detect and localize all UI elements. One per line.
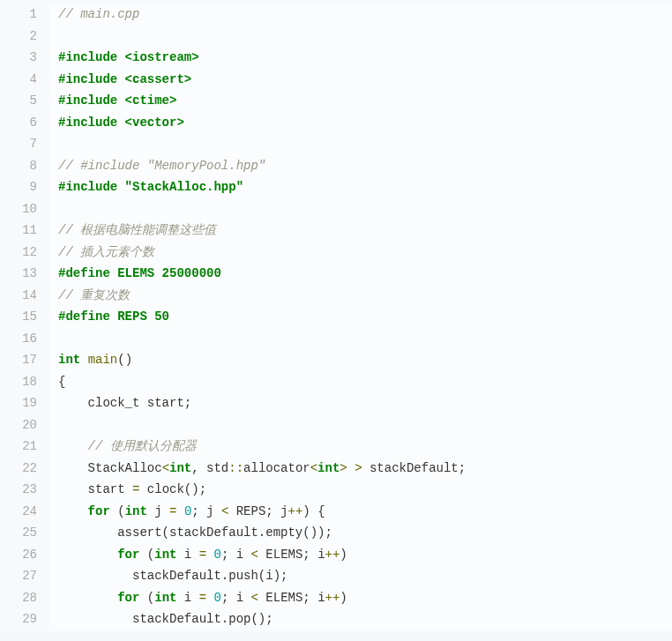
code-line: // main.cpp	[58, 4, 663, 26]
token: {	[58, 375, 65, 389]
token: #include <ctime>	[58, 93, 176, 108]
line-number: 12	[4, 242, 37, 264]
code-line: #include "StackAlloc.hpp"	[58, 176, 663, 198]
token: // #include "MemoryPool.hpp"	[58, 159, 265, 173]
token: ++	[325, 591, 340, 605]
token: , std	[191, 461, 228, 475]
line-number: 10	[4, 198, 37, 220]
line-number: 11	[4, 220, 37, 242]
line-number: 15	[4, 306, 37, 328]
code-line: #include <vector>	[58, 112, 663, 134]
line-number: 7	[4, 133, 37, 155]
token: j	[147, 504, 169, 518]
token: <	[251, 548, 258, 562]
token: int	[169, 461, 191, 475]
line-number: 4	[4, 69, 37, 91]
code-line	[58, 414, 663, 436]
token: int	[58, 353, 80, 367]
token: for	[117, 591, 139, 605]
token: >	[355, 461, 362, 475]
token: 0	[214, 591, 221, 605]
token	[58, 548, 117, 562]
token: StackAlloc	[58, 461, 162, 475]
token: start	[58, 482, 132, 496]
token: assert(stackDefault.empty());	[58, 525, 332, 540]
token: int	[125, 504, 147, 518]
line-number: 22	[4, 458, 37, 480]
token: // 重复次数	[58, 288, 130, 302]
line-number: 19	[4, 392, 37, 414]
token	[206, 548, 213, 562]
line-number: 28	[4, 587, 37, 609]
token: stackDefault.push(i);	[58, 569, 287, 583]
token: (	[139, 591, 154, 605]
token: =	[199, 548, 206, 562]
token: <	[251, 591, 258, 605]
code-line: #include <cassert>	[58, 69, 663, 91]
code-line: // 插入元素个数	[58, 242, 663, 264]
code-line: stackDefault.pop();	[58, 608, 663, 630]
token: <	[310, 461, 317, 475]
code-line	[58, 133, 663, 155]
token: ()	[117, 353, 132, 367]
token: #include "StackAlloc.hpp"	[58, 180, 243, 194]
token: ::	[228, 461, 243, 475]
token: (	[139, 548, 154, 562]
token: allocator	[243, 461, 310, 475]
token: // 使用默认分配器	[88, 439, 197, 453]
token: int	[317, 461, 340, 475]
line-number: 24	[4, 501, 37, 523]
token: )	[340, 548, 347, 562]
line-number: 17	[4, 349, 37, 371]
token: ELEMS; i	[258, 591, 325, 605]
code-line: // 重复次数	[58, 285, 663, 307]
code-line: assert(stackDefault.empty());	[58, 522, 663, 544]
token: ; i	[221, 548, 251, 562]
token	[58, 439, 88, 453]
token: main	[88, 353, 118, 367]
line-number: 26	[4, 544, 37, 566]
token: )	[340, 591, 347, 605]
token: i	[176, 591, 198, 605]
line-number: 23	[4, 479, 37, 501]
token: // main.cpp	[58, 7, 139, 21]
line-number: 13	[4, 263, 37, 285]
line-number: 20	[4, 414, 37, 436]
token: // 插入元素个数	[58, 245, 154, 259]
token	[58, 504, 88, 518]
code-line: for (int i = 0; i < ELEMS; i++)	[58, 587, 663, 609]
token: ++	[325, 548, 340, 562]
token: i	[176, 548, 198, 562]
code-line: stackDefault.push(i);	[58, 565, 663, 587]
code-line: // 使用默认分配器	[58, 436, 663, 458]
token: #define ELEMS 25000000	[58, 266, 221, 280]
token	[58, 591, 117, 605]
code-line: int main()	[58, 349, 663, 371]
token: REPS; j	[228, 504, 287, 518]
code-line: for (int i = 0; i < ELEMS; i++)	[58, 544, 663, 566]
line-number: 21	[4, 436, 37, 458]
token: #include <cassert>	[58, 72, 191, 86]
line-number: 25	[4, 522, 37, 544]
code-line	[58, 198, 663, 220]
line-number: 6	[4, 112, 37, 134]
code-block: 1234567891011121314151617181920212223242…	[0, 0, 672, 634]
token: int	[154, 591, 176, 605]
line-number: 8	[4, 155, 37, 177]
line-number: 18	[4, 371, 37, 393]
line-number: 14	[4, 285, 37, 307]
token: stackDefault;	[362, 461, 467, 475]
token: #include <iostream>	[58, 50, 199, 64]
code-line: #include <ctime>	[58, 90, 663, 112]
token: ++	[288, 504, 303, 518]
code-line	[58, 26, 663, 48]
token: for	[117, 548, 139, 562]
token: ; j	[191, 504, 221, 518]
code-line: for (int j = 0; j < REPS; j++) {	[58, 501, 663, 523]
token	[206, 591, 213, 605]
code-line: // 根据电脑性能调整这些值	[58, 220, 663, 242]
token: for	[88, 504, 110, 518]
token: clock_t start;	[58, 396, 191, 410]
token: (	[110, 504, 125, 518]
token: clock();	[139, 482, 206, 496]
